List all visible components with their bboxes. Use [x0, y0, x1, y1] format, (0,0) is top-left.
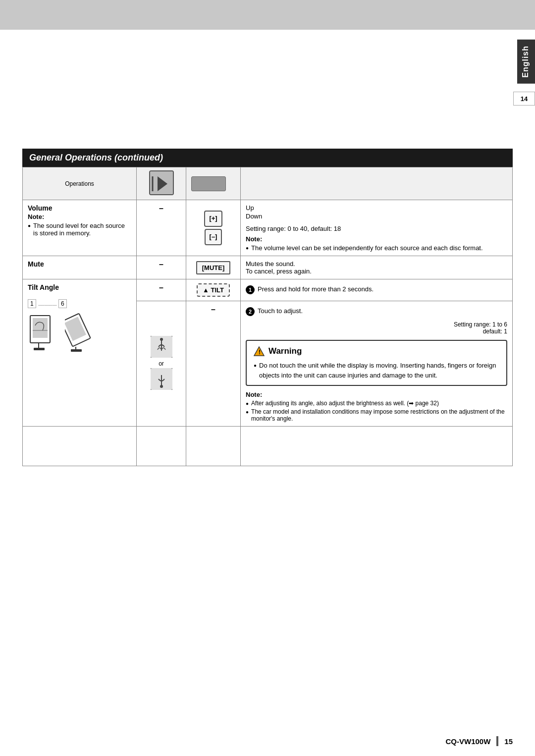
- table-row-mute: Mute – [MUTE] Mutes the sound. To cancel…: [23, 256, 513, 279]
- volume-note2-bullet: The volume level can be set independentl…: [246, 244, 507, 252]
- bottom-note-bullet2: The car model and installation condition…: [246, 408, 507, 422]
- warning-box: ! Warning Do not touch the unit while th…: [246, 340, 507, 386]
- main-content: General Operations (continued) Operation…: [22, 149, 513, 466]
- warning-triangle-icon: !: [254, 346, 265, 357]
- table-row-tilt-1: Tilt Angle 1 ..................... 6: [23, 279, 513, 301]
- plus-minus-display: [+] [–]: [191, 211, 235, 245]
- tilt-col1-1: –: [137, 279, 186, 301]
- tilt-op-cell: Tilt Angle 1 ..................... 6: [23, 279, 137, 427]
- tilt-col3-1: 1 Press and hold for more than 2 seconds…: [241, 279, 513, 301]
- tilt-step1: 1 Press and hold for more than 2 seconds…: [246, 283, 507, 296]
- tilt-monitors: [28, 313, 131, 353]
- top-bar: [0, 0, 535, 30]
- header-operations: Operations: [23, 167, 137, 200]
- volume-note-label: Note:: [28, 213, 131, 220]
- plus-btn: [+]: [204, 211, 222, 227]
- touch-icons-area: or: [142, 336, 181, 391]
- bottom-note-label: Note:: [246, 391, 507, 398]
- tilt-col1-2: or: [137, 301, 186, 427]
- tilt-range-bar: 1 ..................... 6: [28, 299, 131, 308]
- volume-col1: –: [137, 200, 186, 256]
- volume-col3: Up Down Setting range: 0 to 40, default:…: [241, 200, 513, 256]
- svg-text:!: !: [259, 349, 261, 356]
- header-btn2: [186, 167, 241, 200]
- touch-icon-1: [151, 336, 172, 358]
- warning-title: ! Warning: [254, 346, 499, 357]
- operations-table: Operations Volume: [22, 167, 513, 466]
- svg-rect-11: [71, 349, 82, 352]
- header-btn1: [137, 167, 186, 200]
- section-header: General Operations (continued): [22, 149, 513, 167]
- tilt-col2-2: –: [186, 301, 241, 427]
- header-desc: [241, 167, 513, 200]
- table-header-row: Operations: [23, 167, 513, 200]
- svg-rect-4: [33, 318, 48, 338]
- tilt-step2: 2 Touch to adjust.: [246, 305, 507, 318]
- volume-note2-label: Note:: [246, 235, 507, 243]
- svg-point-17: [160, 385, 163, 388]
- monitor-upright-icon: [28, 313, 55, 353]
- warning-text: Do not touch the unit while the display …: [254, 361, 499, 380]
- bottom-notes: Note: After adjusting its angle, also ad…: [246, 391, 507, 422]
- table-row-empty: [23, 427, 513, 466]
- tilt-button: ▲ TILT: [197, 283, 230, 297]
- bottom-bar: CQ-VW100W 15: [445, 736, 513, 746]
- tilt-title: Tilt Angle: [28, 283, 131, 291]
- volume-title: Volume: [28, 204, 131, 212]
- model-name: CQ-VW100W: [445, 737, 490, 746]
- mute-title: Mute: [28, 260, 131, 268]
- bottom-divider: [496, 736, 498, 746]
- volume-col2: [+] [–]: [186, 200, 241, 256]
- mute-col1: –: [137, 256, 186, 279]
- or-text: or: [142, 360, 181, 367]
- language-label: English: [521, 46, 530, 78]
- page-number-header: 14: [513, 92, 535, 106]
- mute-button: [MUTE]: [196, 261, 231, 274]
- language-tab: English: [517, 40, 535, 84]
- page-number-footer: 15: [504, 737, 513, 746]
- touch-button-icon: [149, 170, 174, 195]
- tilt-col2-1: ▲ TILT: [186, 279, 241, 301]
- tilt-illustration-area: 1 ..................... 6: [28, 299, 131, 353]
- minus-btn: [–]: [205, 229, 222, 245]
- volume-op-cell: Volume Note: The sound level for each so…: [23, 200, 137, 256]
- mute-col3: Mutes the sound. To cancel, press again.: [241, 256, 513, 279]
- svg-point-14: [160, 338, 163, 341]
- table-row-volume: Volume Note: The sound level for each so…: [23, 200, 513, 256]
- touch-icon-2: [151, 368, 172, 390]
- svg-rect-6: [34, 348, 45, 350]
- mute-col2: [MUTE]: [186, 256, 241, 279]
- mute-op-cell: Mute: [23, 256, 137, 279]
- tilt-col3-2: 2 Touch to adjust. Setting range: 1 to 6…: [241, 301, 513, 427]
- volume-note-bullet: The sound level for each source is store…: [28, 222, 131, 237]
- bottom-note-bullet1: After adjusting its angle, also adjust t…: [246, 400, 507, 407]
- monitor-tilted-icon: [65, 313, 92, 353]
- volume-setting-range: Setting range: 0 to 40, default: 18: [246, 225, 507, 232]
